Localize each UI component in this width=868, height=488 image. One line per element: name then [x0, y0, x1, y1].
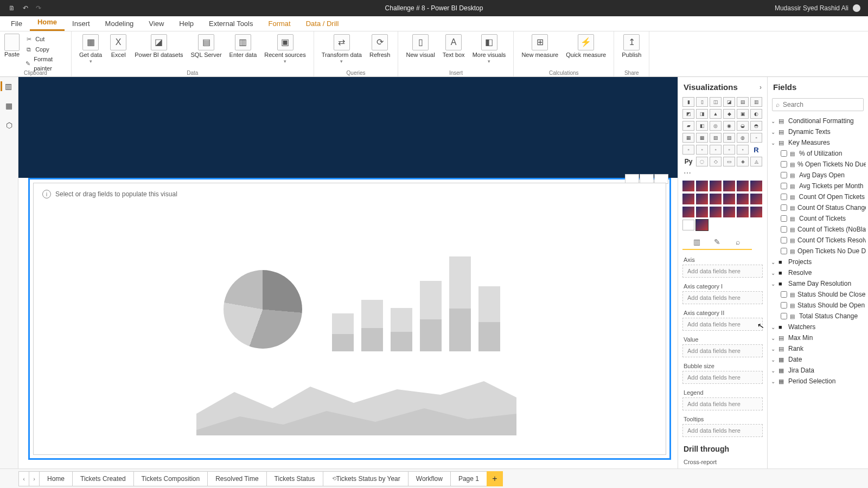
field-avg-days-open[interactable]: ▤Avg Days Open: [770, 170, 866, 181]
selected-visual[interactable]: i Select or drag fields to populate this…: [28, 178, 671, 460]
custom-viz-5[interactable]: [750, 181, 762, 191]
pbi-datasets-button[interactable]: ◪Power BI datasets: [131, 34, 186, 65]
custom-viz-8[interactable]: [710, 194, 722, 204]
viz-type-x4[interactable]: ◈: [737, 157, 749, 166]
cut-button[interactable]: ✂Cut: [23, 34, 67, 44]
custom-viz-14[interactable]: [710, 207, 722, 217]
viz-type-16[interactable]: ◒: [737, 121, 749, 131]
field-checkbox[interactable]: [781, 161, 787, 168]
viz-type-6[interactable]: ◩: [682, 109, 694, 119]
tab-data-drill[interactable]: Data / Drill: [298, 17, 347, 31]
viz-type-19[interactable]: ▩: [696, 133, 708, 143]
analytics-tab-icon[interactable]: ⌕: [732, 237, 743, 247]
quick-measure-button[interactable]: ⚡Quick measure: [563, 34, 609, 59]
report-view-button[interactable]: ▥: [1, 81, 15, 91]
fields-search[interactable]: ⌕: [772, 98, 864, 111]
page-tab-page-1[interactable]: Page 1: [450, 471, 487, 486]
table-period-selection[interactable]: ⌄▦Period Selection: [770, 376, 866, 387]
undo-icon[interactable]: ↶: [23, 4, 28, 12]
viz-type-13[interactable]: ◧: [696, 121, 708, 131]
tab-insert[interactable]: Insert: [65, 17, 98, 31]
custom-viz-15[interactable]: [723, 207, 735, 217]
fields-tab-icon[interactable]: ▥: [691, 237, 702, 247]
field-count-of-status-changes[interactable]: ▤Count Of Status Changes: [770, 202, 866, 213]
custom-viz-16[interactable]: [737, 207, 749, 217]
viz-type-2[interactable]: ◫: [710, 97, 722, 107]
field-well-3[interactable]: Add data fields here: [682, 344, 763, 357]
custom-viz-12[interactable]: [682, 207, 694, 217]
viz-type-26[interactable]: ▫: [710, 145, 722, 155]
viz-type-7[interactable]: ◨: [696, 109, 708, 119]
custom-viz-6[interactable]: [682, 194, 694, 204]
field-checkbox[interactable]: [781, 226, 787, 233]
page-next-button[interactable]: ›: [29, 471, 40, 486]
custom-viz-2[interactable]: [710, 181, 722, 191]
viz-type-5[interactable]: ▥: [750, 97, 762, 107]
field-checkbox[interactable]: [781, 215, 787, 222]
page-prev-button[interactable]: ‹: [18, 471, 29, 486]
custom-viz-0[interactable]: [682, 181, 694, 191]
field-count-of-tickets[interactable]: ▤Count of Tickets: [770, 213, 866, 224]
gallery-more[interactable]: ⋯: [678, 169, 767, 178]
field-well-6[interactable]: Add data fields here: [682, 424, 763, 437]
field-checkbox[interactable]: [781, 237, 787, 243]
table-conditional-formatting[interactable]: ⌄▤Conditional Formatting: [770, 115, 866, 126]
viz-type-14[interactable]: ◎: [710, 121, 722, 131]
viz-type-1[interactable]: ▯: [696, 97, 708, 107]
recent-sources-button[interactable]: ▣Recent sources▾: [261, 34, 309, 65]
page-tab-tickets-created[interactable]: Tickets Created: [72, 471, 134, 486]
table-resolve[interactable]: ⌄■Resolve: [770, 267, 866, 278]
viz-type-29[interactable]: R: [750, 145, 762, 155]
custom-viz-10[interactable]: [737, 194, 749, 204]
field-well-0[interactable]: Add data fields here: [682, 265, 763, 278]
viz-type-17[interactable]: ◓: [750, 121, 762, 131]
paste-button[interactable]: Paste: [4, 34, 23, 73]
excel-button[interactable]: XExcel: [106, 34, 130, 65]
viz-type-11[interactable]: ◐: [750, 109, 762, 119]
collapse-viz-icon[interactable]: ›: [760, 84, 762, 91]
field-well-2[interactable]: Add data fields here: [682, 318, 763, 331]
viz-type-3[interactable]: ◪: [723, 97, 735, 107]
more-visuals-button[interactable]: ◧More visuals▾: [469, 34, 509, 65]
report-canvas[interactable]: i Select or drag fields to populate this…: [18, 77, 678, 468]
table-rank[interactable]: ⌄▤Rank: [770, 343, 866, 354]
tab-format[interactable]: Format: [260, 17, 298, 31]
field-checkbox[interactable]: [781, 291, 787, 298]
user-avatar[interactable]: [853, 4, 860, 12]
viz-type-15[interactable]: ◉: [723, 121, 735, 131]
field-count-of-tickets-resolved-wi[interactable]: ▤Count Of Tickets Resolved wi: [770, 235, 866, 246]
field-checkbox[interactable]: [781, 248, 787, 254]
field-status-should-be-open[interactable]: ▤Status Should be Open: [770, 300, 866, 311]
file-tab[interactable]: File: [3, 16, 30, 31]
refresh-button[interactable]: ⟳Refresh: [366, 34, 394, 65]
copy-button[interactable]: ⧉Copy: [23, 44, 67, 55]
viz-type-12[interactable]: ▰: [682, 121, 694, 131]
custom-viz-17[interactable]: [750, 207, 762, 217]
custom-viz-18[interactable]: [682, 220, 694, 230]
viz-type-23[interactable]: ▫: [750, 133, 762, 143]
field-status-should-be-closed[interactable]: ▤Status Should be Closed: [770, 289, 866, 300]
search-input[interactable]: [783, 101, 864, 108]
field-checkbox[interactable]: [781, 313, 787, 319]
custom-viz-3[interactable]: [723, 181, 735, 191]
page-tab-home[interactable]: Home: [39, 471, 73, 486]
table-same-day-resolution[interactable]: ⌄■Same Day Resolution: [770, 278, 866, 289]
viz-type-24[interactable]: ▫: [682, 145, 694, 155]
viz-type-8[interactable]: ▲: [710, 109, 722, 119]
field-checkbox[interactable]: [781, 172, 787, 178]
custom-viz-13[interactable]: [696, 207, 708, 217]
tab-external-tools[interactable]: External Tools: [201, 17, 260, 31]
tab-home[interactable]: Home: [30, 15, 65, 31]
viz-type-x3[interactable]: ▭: [723, 157, 735, 166]
viz-type-28[interactable]: ▫: [737, 145, 749, 155]
table-dynamic-texts[interactable]: ⌄▤Dynamic Texts: [770, 126, 866, 137]
viz-type-x1[interactable]: ◌: [696, 157, 708, 166]
viz-type-0[interactable]: ▮: [682, 97, 694, 107]
viz-type-20[interactable]: ▨: [710, 133, 722, 143]
add-page-button[interactable]: +: [487, 471, 503, 486]
tab-view[interactable]: View: [141, 17, 171, 31]
table-watchers[interactable]: ⌄■Watchers: [770, 322, 866, 332]
field-avg-tickets-per-month[interactable]: ▤Avg Tickets per Month: [770, 181, 866, 191]
viz-type-9[interactable]: ◆: [723, 109, 735, 119]
field-well-4[interactable]: Add data fields here: [682, 371, 763, 384]
